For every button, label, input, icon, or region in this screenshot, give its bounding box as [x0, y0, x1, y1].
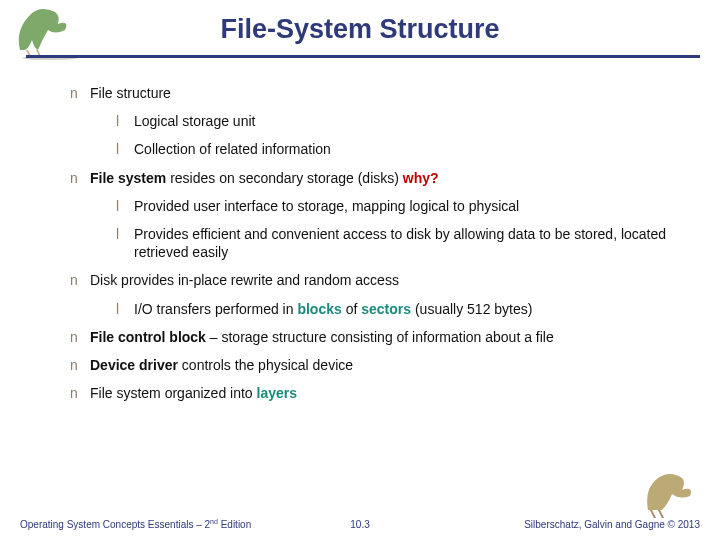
bullet-marker: n [70, 169, 90, 187]
footer-left-text-a: Operating System Concepts Essentials – 2 [20, 519, 210, 530]
dinosaur-decoration [636, 460, 716, 520]
bullet-marker: l [116, 140, 134, 158]
footer-page-number: 10.3 [350, 519, 369, 530]
footer-right: Silberschatz, Galvin and Gagne © 2013 [524, 519, 700, 530]
bullet-marker: l [116, 225, 134, 243]
bullet-text: Logical storage unit [134, 112, 680, 130]
bullet-lv1: nFile system organized into layers [70, 384, 690, 402]
footer-left-sup: nd [210, 518, 218, 525]
bullet-lv2: lCollection of related information [116, 140, 690, 158]
bullet-lv1: nDevice driver controls the physical dev… [70, 356, 690, 374]
footer-left-text-b: Edition [218, 519, 251, 530]
bullet-text: File structure [90, 84, 680, 102]
bullet-text: File system resides on secondary storage… [90, 169, 680, 187]
bullet-marker: l [116, 300, 134, 318]
bullet-lv2: lProvided user interface to storage, map… [116, 197, 690, 215]
slide-header: File-System Structure [0, 0, 720, 68]
bullet-lv1: nFile system resides on secondary storag… [70, 169, 690, 187]
footer-left: Operating System Concepts Essentials – 2… [20, 518, 251, 530]
bullet-marker: n [70, 271, 90, 289]
slide-title: File-System Structure [0, 0, 720, 45]
dinosaur-logo [10, 0, 90, 60]
bullet-lv1: nFile structure [70, 84, 690, 102]
bullet-text: Disk provides in-place rewrite and rando… [90, 271, 680, 289]
bullet-lv1: nDisk provides in-place rewrite and rand… [70, 271, 690, 289]
bullet-marker: n [70, 356, 90, 374]
slide-body: nFile structurelLogical storage unitlCol… [0, 68, 720, 402]
bullet-lv2: lProvides efficient and convenient acces… [116, 225, 690, 261]
bullet-text: File system organized into layers [90, 384, 680, 402]
bullet-marker: n [70, 84, 90, 102]
bullet-text: Provides efficient and convenient access… [134, 225, 680, 261]
bullet-text: Device driver controls the physical devi… [90, 356, 680, 374]
bullet-text: I/O transfers performed in blocks of sec… [134, 300, 680, 318]
bullet-text: File control block – storage structure c… [90, 328, 680, 346]
bullet-marker: l [116, 197, 134, 215]
bullet-lv2: lLogical storage unit [116, 112, 690, 130]
bullet-lv1: nFile control block – storage structure … [70, 328, 690, 346]
bullet-text: Collection of related information [134, 140, 680, 158]
bullet-lv2: lI/O transfers performed in blocks of se… [116, 300, 690, 318]
bullet-marker: n [70, 328, 90, 346]
bullet-marker: n [70, 384, 90, 402]
title-rule [26, 55, 700, 58]
bullet-marker: l [116, 112, 134, 130]
bullet-text: Provided user interface to storage, mapp… [134, 197, 680, 215]
